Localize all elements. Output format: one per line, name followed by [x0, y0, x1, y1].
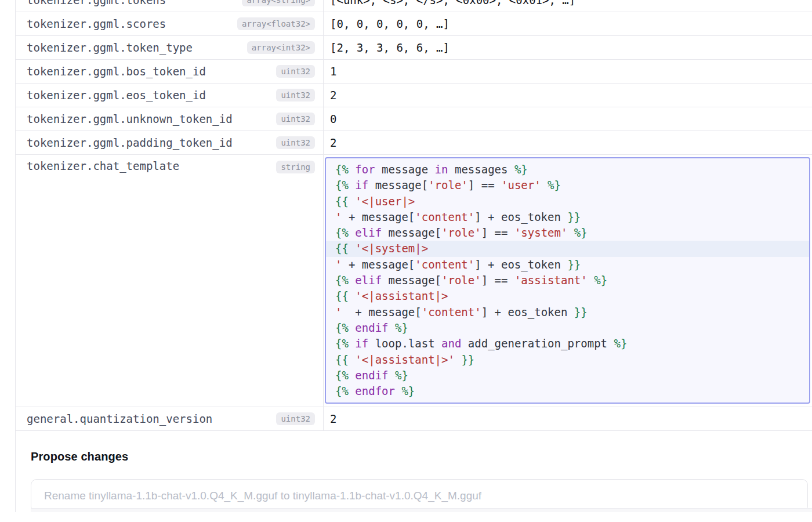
metadata-key: tokenizer.ggml.padding_token_id — [27, 136, 233, 149]
table-row: general.quantization_versionuint322 — [16, 407, 812, 431]
metadata-value: [<unk>, <s>, </s>, <0x00>, <0x01>, …] — [330, 0, 575, 6]
metadata-key-cell: tokenizer.ggml.scoresarray<float32> — [16, 12, 324, 35]
type-badge: uint32 — [276, 89, 315, 102]
code-line: {{ '<|assistant|>' }} — [326, 352, 809, 368]
metadata-key: tokenizer.ggml.scores — [27, 17, 166, 30]
metadata-value: [0, 0, 0, 0, 0, …] — [330, 17, 449, 30]
metadata-value: 2 — [330, 136, 336, 149]
propose-changes-section: Propose changes — [16, 431, 812, 512]
code-line: {{ '<|assistant|> — [326, 288, 809, 304]
code-line: {% if message['role'] == 'user' %} — [326, 177, 809, 193]
type-badge: array<int32> — [247, 41, 315, 54]
type-badge: uint32 — [276, 113, 315, 125]
code-line: {{ '<|system|> — [326, 241, 809, 256]
code-line: {% endfor %} — [326, 383, 809, 399]
code-line: {% for message in messages %} — [326, 162, 809, 177]
table-row: tokenizer.ggml.bos_token_iduint321 — [16, 60, 812, 84]
table-row: tokenizer.ggml.padding_token_iduint322 — [16, 131, 812, 155]
table-row: tokenizer.ggml.token_typearray<int32>[2,… — [16, 36, 812, 60]
code-line: {{ '<|user|> — [326, 194, 809, 209]
metadata-table: tokenizer.ggml.tokensarray<string>[<unk>… — [16, 0, 812, 431]
metadata-value-cell: [2, 3, 3, 6, 6, …] — [324, 36, 812, 59]
metadata-key: general.quantization_version — [27, 412, 212, 425]
table-row: tokenizer.ggml.unknown_token_iduint320 — [16, 107, 812, 131]
table-row: tokenizer.ggml.scoresarray<float32>[0, 0… — [16, 12, 812, 36]
code-line: ' + message['content'] + eos_token }} — [326, 257, 809, 273]
metadata-value: 2 — [330, 89, 336, 102]
metadata-value-cell: [<unk>, <s>, </s>, <0x00>, <0x01>, …] — [324, 0, 812, 12]
type-badge: string — [276, 161, 315, 173]
type-badge: array<string> — [242, 0, 315, 6]
code-line: ' + message['content'] + eos_token }} — [326, 209, 809, 225]
metadata-value-cell: {% for message in messages %}{% if messa… — [324, 155, 812, 407]
metadata-value-cell: 2 — [324, 131, 812, 154]
metadata-key-cell: tokenizer.ggml.token_typearray<int32> — [16, 36, 324, 59]
table-row: tokenizer.ggml.tokensarray<string>[<unk>… — [16, 0, 812, 12]
metadata-key: tokenizer.ggml.eos_token_id — [27, 89, 206, 102]
code-line: {% elif message['role'] == 'assistant' %… — [326, 273, 809, 288]
type-badge: uint32 — [276, 412, 315, 425]
type-badge: uint32 — [276, 65, 315, 78]
type-badge: array<float32> — [237, 17, 315, 30]
metadata-key-cell: tokenizer.ggml.tokensarray<string> — [16, 0, 324, 12]
gguf-metadata-panel: tokenizer.ggml.tokensarray<string>[<unk>… — [15, 0, 812, 512]
metadata-value: [2, 3, 3, 6, 6, …] — [330, 41, 449, 54]
table-row: tokenizer.chat_templatestring{% for mess… — [16, 155, 812, 407]
metadata-value: 2 — [330, 412, 336, 425]
metadata-key: tokenizer.ggml.unknown_token_id — [27, 113, 233, 125]
metadata-value: 1 — [330, 65, 336, 78]
metadata-key-cell: tokenizer.ggml.bos_token_iduint32 — [16, 60, 324, 83]
metadata-key: tokenizer.chat_template — [27, 160, 179, 172]
metadata-value-cell: 0 — [324, 107, 812, 130]
next-section-edge — [31, 508, 812, 512]
metadata-value-cell: 2 — [324, 84, 812, 107]
code-line: ' + message['content'] + eos_token }} — [326, 304, 809, 320]
metadata-key: tokenizer.ggml.token_type — [27, 41, 193, 54]
code-line: {% endif %} — [326, 320, 809, 336]
metadata-value-cell: 1 — [324, 60, 812, 83]
code-line: {% elif message['role'] == 'system' %} — [326, 225, 809, 241]
code-line: {% if loop.last and add_generation_promp… — [326, 336, 809, 351]
table-row: tokenizer.ggml.eos_token_iduint322 — [16, 84, 812, 107]
metadata-key-cell: general.quantization_versionuint32 — [16, 407, 324, 430]
propose-changes-heading: Propose changes — [31, 450, 812, 463]
metadata-key-cell: tokenizer.ggml.unknown_token_iduint32 — [16, 107, 324, 130]
metadata-value: 0 — [330, 113, 336, 125]
metadata-key: tokenizer.ggml.bos_token_id — [27, 65, 206, 78]
type-badge: uint32 — [276, 136, 315, 149]
metadata-key: tokenizer.ggml.tokens — [27, 0, 166, 6]
code-line: {% endif %} — [326, 368, 809, 383]
metadata-value-cell: [0, 0, 0, 0, 0, …] — [324, 12, 812, 35]
metadata-key-cell: tokenizer.chat_templatestring — [16, 155, 324, 407]
metadata-key-cell: tokenizer.ggml.padding_token_iduint32 — [16, 131, 324, 154]
metadata-key-cell: tokenizer.ggml.eos_token_iduint32 — [16, 84, 324, 107]
metadata-value-cell: 2 — [324, 407, 812, 430]
propose-changes-input[interactable] — [31, 479, 808, 512]
chat-template-codeblock[interactable]: {% for message in messages %}{% if messa… — [325, 157, 810, 404]
